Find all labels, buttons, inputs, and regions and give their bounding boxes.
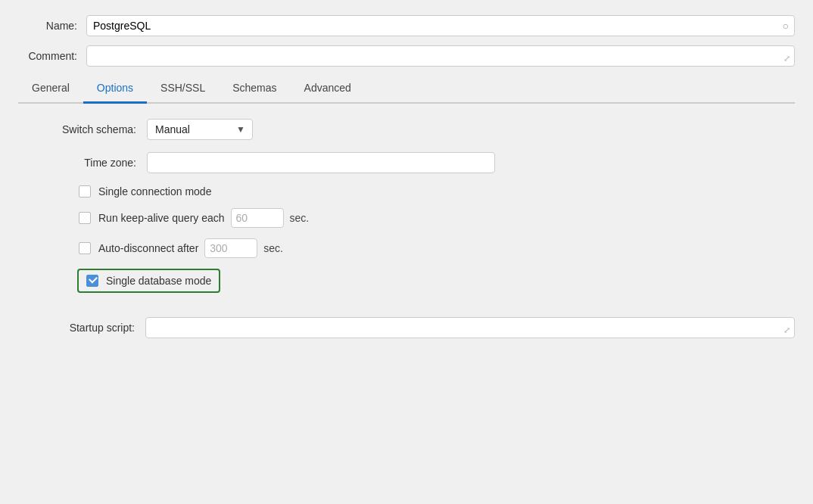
autodisconnect-unit: sec. — [263, 242, 283, 254]
comment-input[interactable] — [86, 45, 795, 67]
keepalive-row: Run keep-alive query each sec. — [79, 208, 795, 228]
single-connection-label: Single connection mode — [98, 185, 211, 198]
keepalive-input[interactable] — [231, 208, 284, 228]
tab-schemas[interactable]: Schemas — [219, 76, 290, 104]
options-tab-content: Switch schema: Manual Auto ▼ Time zone: … — [18, 104, 795, 338]
startup-input-wrapper: ⤢ — [145, 317, 795, 338]
comment-field-wrapper: ⤢ — [86, 45, 795, 67]
autodisconnect-label: Auto-disconnect after — [98, 242, 198, 254]
switch-schema-label: Switch schema: — [48, 123, 147, 135]
name-field-wrapper: ○ — [86, 15, 795, 36]
tab-sshssl[interactable]: SSH/SSL — [147, 76, 219, 104]
tab-advanced[interactable]: Advanced — [291, 76, 365, 104]
name-input[interactable] — [86, 15, 795, 36]
single-db-label: Single database mode — [106, 275, 211, 287]
autodisconnect-input[interactable] — [204, 238, 257, 258]
comment-row: Comment: ⤢ — [18, 45, 795, 67]
timezone-label: Time zone: — [48, 157, 147, 169]
tabs-bar: General Options SSH/SSL Schemas Advanced — [18, 76, 795, 104]
name-label: Name: — [18, 20, 86, 32]
keepalive-unit: sec. — [290, 212, 310, 224]
startup-input[interactable] — [145, 317, 795, 338]
single-connection-row: Single connection mode — [79, 185, 795, 198]
autodisconnect-checkbox[interactable] — [79, 242, 91, 254]
single-connection-checkbox[interactable] — [79, 185, 91, 198]
switch-schema-select[interactable]: Manual Auto — [147, 119, 253, 140]
dialog-container: Name: ○ Comment: ⤢ General Options SSH/S… — [0, 0, 813, 504]
switch-schema-select-wrapper: Manual Auto ▼ — [147, 119, 253, 140]
name-row: Name: ○ — [18, 15, 795, 36]
tab-general[interactable]: General — [18, 76, 83, 104]
timezone-input[interactable] — [147, 152, 495, 173]
startup-row: Startup script: ⤢ — [47, 317, 795, 338]
startup-label: Startup script: — [47, 322, 145, 334]
keepalive-checkbox[interactable] — [79, 212, 91, 224]
tab-options[interactable]: Options — [83, 76, 147, 104]
comment-label: Comment: — [18, 50, 86, 62]
single-db-row: Single database mode — [77, 269, 220, 293]
keepalive-label: Run keep-alive query each — [98, 212, 225, 224]
switch-schema-row: Switch schema: Manual Auto ▼ — [48, 119, 795, 140]
single-db-checkbox[interactable] — [86, 275, 98, 287]
autodisconnect-row: Auto-disconnect after sec. — [79, 238, 795, 258]
timezone-row: Time zone: — [48, 152, 795, 173]
